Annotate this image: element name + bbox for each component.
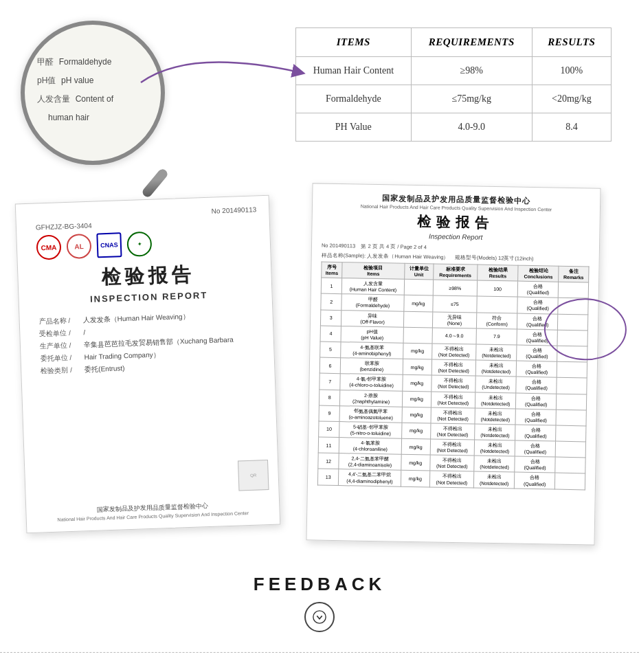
table-row: Human Hair Content≥98%100%	[296, 57, 612, 85]
mag-line-1: 甲醛 Formaldehyde	[37, 56, 148, 68]
magnifier: 甲醛 Formaldehyde pH值 pH value 人发含量 Conten…	[21, 21, 179, 179]
feedback-title: FEEDBACK	[0, 574, 639, 595]
magnifier-lens: 甲醛 Formaldehyde pH值 pH value 人发含量 Conten…	[21, 21, 165, 165]
mag-line-3: 人发含量 Content of	[37, 93, 148, 105]
feedback-icon[interactable]	[304, 602, 335, 632]
table-row: Formaldehyde≤75mg/kg<20mg/kg	[296, 85, 612, 113]
down-arrow-icon	[312, 609, 327, 625]
cnas-logo: CNAS	[96, 232, 122, 258]
qr-code: QR	[238, 460, 269, 491]
dashed-divider	[0, 652, 639, 653]
report-right: 国家发制品及护发用品质量监督检验中心 National Hair Product…	[306, 183, 601, 545]
cert-logo: ✦	[126, 232, 152, 257]
cma-logo: CMA	[36, 234, 61, 260]
report-title-zh: 检验报告	[37, 259, 259, 293]
col-requirements: REQUIREMENTS	[411, 28, 532, 57]
col-results: RESULTS	[532, 28, 611, 57]
table-row: PH Value4.0-9.08.4	[296, 113, 612, 142]
logos-row: CMA AL CNAS ✦	[36, 227, 258, 260]
reports-area: No 201490113 GFHZJZ-BG-3404 CMA AL CNAS …	[21, 186, 598, 570]
mag-line-3b: human hair	[37, 112, 148, 122]
feedback-section: FEEDBACK	[0, 574, 639, 632]
inspection-table: ITEMS REQUIREMENTS RESULTS Human Hair Co…	[295, 27, 612, 142]
results-table: ITEMS REQUIREMENTS RESULTS Human Hair Co…	[295, 27, 612, 142]
report-footer: 国家发制品及护发用品质量监督检验中心 National Hair Product…	[38, 500, 267, 523]
rr-data-table: 序号 Items检验项目 Items计量单位 Unit标准要求 Requirem…	[317, 262, 590, 490]
al-logo: AL	[66, 234, 91, 259]
mag-line-2: pH值 pH value	[37, 75, 148, 87]
rr-title-zh: 检验报告	[322, 211, 590, 234]
col-items: ITEMS	[296, 28, 412, 57]
report-fields: 产品名称 /人发发条（Human Hair Weaving）受检单位 //生产单…	[38, 308, 262, 377]
report-left: No 201490113 GFHZJZ-BG-3404 CMA AL CNAS …	[15, 195, 281, 534]
svg-point-1	[313, 611, 326, 623]
